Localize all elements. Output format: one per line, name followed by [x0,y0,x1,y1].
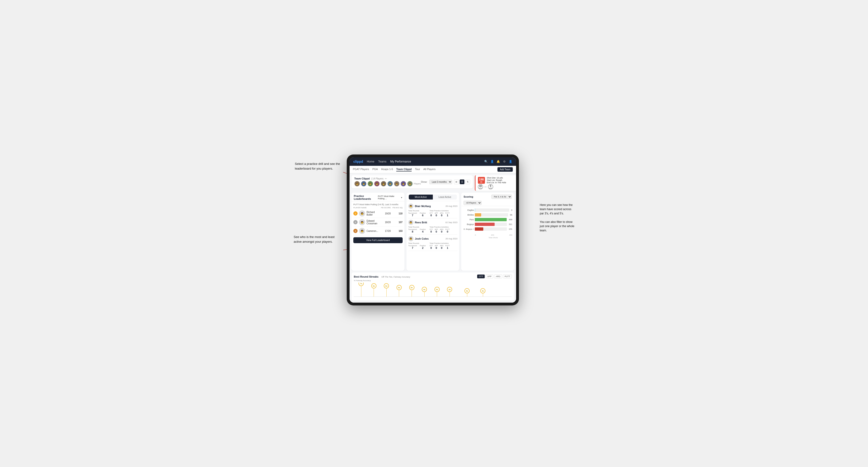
streaks-title: Best Round Streaks [354,275,379,278]
streak-point: 3x [464,288,470,297]
streak-stem [437,292,437,297]
rank-badge: 1 [353,211,358,216]
filter-btn-app[interactable]: APP [486,275,493,278]
nav-link-performance[interactable]: My Performance [390,160,411,163]
player-name: Blair McHarg [415,205,431,208]
avatar: 🧑 [374,181,380,187]
streaks-section: Best Round Streaks Off The Tee, Fairway … [351,272,514,301]
lb-avg: 110 [391,212,403,215]
bar-track [475,227,507,231]
bar-row-eagles: Eagles 3 [463,209,512,212]
lb-avatar: 🧑 [359,228,365,234]
sub-nav-links: PGAT Players PGA Hcaps 1-5 Team Clippd T… [353,168,497,172]
chart-y-label: % Fairway Accuracy [354,280,512,282]
streak-stem [483,293,483,297]
nav-link-home[interactable]: Home [367,160,374,163]
settings-icon[interactable]: ⚙ [502,160,506,163]
subnav-team-clippd[interactable]: Team Clippd [396,168,412,172]
bar-track [475,213,508,217]
practice-activities-section: Total Practice Activities OTT0 APP0 ARG0… [430,242,450,249]
lb-score: 17/20 [379,230,391,232]
rank-badge: 3 [353,229,358,233]
filter-btn-arg[interactable]: ARG [494,275,502,278]
show-label: Show: [421,181,427,183]
lb-card-body: PUTT Must Make Putting (3-6 ft), Last 3 … [351,201,404,271]
user-icon[interactable]: 👤 [508,160,512,163]
filter-btn-putt[interactable]: PUTT [503,275,512,278]
add-team-button[interactable]: Add Team [497,167,513,172]
show-dropdown[interactable]: Last 3 months [429,180,452,184]
bar-fill [475,223,495,226]
bar-label: Eagles [463,209,474,211]
lb-player-name: Edward Crossman [367,220,379,225]
view-leaderboard-button[interactable]: View Full Leaderboard [353,237,403,243]
tab-least-active[interactable]: Least Active [433,195,457,199]
tab-most-active[interactable]: Most Active [409,195,433,199]
list-view-btn[interactable]: ☰ [460,180,464,184]
subnav-pga[interactable]: PGA [372,168,378,172]
lb-title: Practice Leaderboards [354,195,378,200]
avatar: 🧑 [394,181,400,187]
player-date: 26 Aug 2023 [445,238,458,240]
lb-avatar: 🧑 [359,219,365,225]
streak-point: 4x [447,287,452,297]
bar-label: Bogeys [463,223,474,225]
player-name: Rees Britt [415,221,427,224]
nav-link-teams[interactable]: Teams [378,160,386,163]
grid-view-btn[interactable]: ⊞ [454,180,459,184]
player-date: 26 Aug 2023 [445,205,458,207]
player-date: 02 Sep 2023 [445,221,457,224]
avatar: 🧑 [401,181,406,187]
player-card: 🧑 Blair McHarg 26 Aug 2023 Total Rounds [408,202,458,218]
subnav-all-players[interactable]: All Players [423,168,436,172]
search-icon[interactable]: 🔍 [484,160,488,163]
leaderboard-card: Practice Leaderboards PUTT Must Make Put… [351,193,404,271]
chart-axis: 0200400 [463,234,512,236]
streak-badge: 3x [464,288,470,293]
team-avatars: 🧑 🧑 🧑 🧑 🧑 🧑 🧑 🧑 🧑 [354,181,413,187]
edit-icon[interactable]: ✏ [385,177,387,180]
lb-score: 19/20 [379,212,391,215]
bar-row-bogeys: Bogeys 311 [463,223,512,226]
lb-score: 18/20 [379,221,391,224]
bar-row-pars: Pars 499 [463,218,512,221]
scoring-title: Scoring [464,195,473,198]
subnav-hcaps[interactable]: Hcaps 1-5 [381,168,393,172]
bar-fill [475,213,481,217]
scoring-header: Scoring Par 3, 4 & 5s All Players [461,193,514,206]
total-rounds-section: Total Rounds Tournament8 Practice4 [408,226,426,233]
lb-avg: 107 [391,221,403,224]
par-filter-dropdown[interactable]: Par 3, 4 & 5s [491,195,512,199]
streak-badge: 3x [480,288,486,293]
team-info: Team Clippd | 14 Players ✏ 🧑 🧑 🧑 🧑 [354,177,421,187]
nav-logo: clippd [353,160,363,163]
bell-icon[interactable]: 🔔 [496,160,500,163]
alt-view-btn[interactable]: ⇅ [465,180,470,184]
lb-dropdown[interactable]: PUTT Must Make Putting ... ▾ [378,195,402,200]
streak-baseline [354,297,512,297]
filter-btn-ott[interactable]: OTT [477,275,485,278]
activity-body: 🧑 Blair McHarg 26 Aug 2023 Total Rounds [406,201,460,271]
player-avatar: 🧑 [408,204,413,209]
subnav-pgat[interactable]: PGAT Players [353,168,369,172]
lb-player-name: Richard Butler [367,211,379,216]
activity-card: Most Active Least Active 🧑 Blair Mc [406,193,460,271]
streak-point: 3x [480,288,486,297]
player-filter-dropdown[interactable]: All Players [464,201,482,205]
player-name-row: 🧑 Rees Britt [408,220,427,225]
bar-label: D. Bogeys + [463,228,474,230]
streak-point: 4x [422,287,427,297]
avatar: 🧑 [407,181,413,187]
chart-axis-label: Total Shots [463,237,512,239]
yds-circles: 16 yds — 0 yds [478,184,515,189]
person-icon[interactable]: 👤 [490,160,494,163]
bar-label: Pars [463,218,474,221]
subnav-tour[interactable]: Tour [415,168,420,172]
lb-row: 3 🧑 Cameron... 17/20 103 [353,227,403,236]
lb-card-header: Practice Leaderboards PUTT Must Make Put… [351,193,404,201]
annotation-top-left: Select a practice drill and see the lead… [295,161,344,171]
bar-track [475,218,507,221]
player-avatar: 🧑 [408,220,413,225]
streak-stem [450,292,450,297]
streaks-header: Best Round Streaks Off The Tee, Fairway … [354,274,512,279]
